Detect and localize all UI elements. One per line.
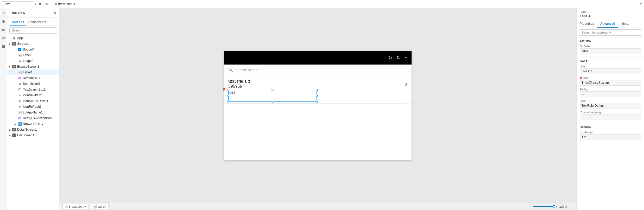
tree-item-searchicon1[interactable]: ⚙ SearchIcon1 xyxy=(7,81,59,87)
right-panel-tabs: Properties Advanced Ideas xyxy=(577,20,644,28)
expand-icon: ▶ xyxy=(9,134,12,137)
expand-icon: ▾ xyxy=(9,42,12,45)
canvas-wrapper: ↻ ⇅ + 🔍 Search items test me up 595959 d xyxy=(59,8,576,203)
text-formula-value[interactable]: ThisItem.Status xyxy=(580,80,641,86)
tree-item-label: Label4 xyxy=(23,71,54,74)
content-language-row: ContentLanguage -- xyxy=(577,110,644,121)
help-icon[interactable]: ? xyxy=(590,10,591,14)
right-panel-search-container xyxy=(577,28,644,37)
tab-ideas[interactable]: Ideas xyxy=(618,20,632,28)
minus-icon[interactable]: ⊟ xyxy=(1,44,6,49)
resize-handle-bm[interactable] xyxy=(272,101,274,103)
browse-screen-tab[interactable]: ▭ BrowseSc... ▾ xyxy=(62,204,89,209)
bottom-bar: ▭ BrowseSc... ▾ A Label4 − + 100 % ⛶ xyxy=(59,203,576,210)
label-icon: A xyxy=(18,110,22,114)
search-icon: 🔍 xyxy=(228,68,233,72)
close-icon[interactable]: ✕ xyxy=(53,10,56,15)
live-value[interactable]: Live.Off xyxy=(580,68,641,74)
tree-item-iconrefresh1[interactable]: ↻ IconRefresh1 xyxy=(7,104,59,110)
tree-item-rectangle11[interactable]: Rectangle11 xyxy=(7,75,59,81)
text-row: Text ThisItem.Status xyxy=(577,75,644,87)
tree-item-label: Image3 xyxy=(23,59,58,63)
tree-item-app[interactable]: ▦ App xyxy=(7,35,59,41)
tree-item-screen1[interactable]: ▾ ▭ Screen1 xyxy=(7,41,59,47)
text-error-indicator: Text xyxy=(580,76,588,79)
zoom-out-button[interactable]: − xyxy=(529,205,532,209)
sort-button[interactable]: ⇅ xyxy=(396,55,400,61)
layers-icon[interactable]: ⧉ xyxy=(1,35,6,41)
tree-item-browsegallery1[interactable]: ▶ ▦ BrowseGallery1 xyxy=(7,121,59,127)
collapse-chevron-icon[interactable]: ▾ xyxy=(640,2,642,6)
tree-item-label: IconRefresh1 xyxy=(23,105,58,109)
tree-item-browsescreen1[interactable]: ▾ ▭ BrowseScreen1 xyxy=(7,64,59,69)
right-panel: LABEL ? Label4 Properties Advanced Ideas… xyxy=(576,8,644,210)
on-select-value[interactable]: false xyxy=(580,48,641,54)
menu-icon[interactable]: ≡ xyxy=(1,10,6,16)
resize-handle-br[interactable] xyxy=(316,101,318,103)
fullscreen-button[interactable]: ⛶ xyxy=(570,205,573,209)
role-value[interactable]: TextRole.Default xyxy=(580,103,641,109)
tooltip-value[interactable]: -- xyxy=(580,91,641,97)
tree-item-image3[interactable]: 🖼 Image3 xyxy=(7,58,59,64)
line-height-row: LineHeight 1.2 xyxy=(577,130,644,141)
role-label: Role xyxy=(580,99,641,102)
error-dot xyxy=(580,77,582,79)
expand-icon: ▶ xyxy=(9,128,12,131)
top-bar: Text ▾ = f x ▾ xyxy=(0,0,644,8)
label-icon: A xyxy=(18,53,22,57)
dropdown-chevron-icon[interactable]: ▾ xyxy=(35,2,36,6)
tree-item-label: Rectangle11 xyxy=(23,76,58,80)
content-language-value[interactable]: -- xyxy=(580,114,641,120)
sidebar-search-container xyxy=(7,26,59,35)
tree-item-label3[interactable]: A Label3 xyxy=(7,52,59,58)
resize-handle-bl[interactable] xyxy=(228,101,229,103)
tab-properties[interactable]: Properties xyxy=(577,20,597,28)
tree-item-editscreen1[interactable]: ▶ ▭ EditScreen1 xyxy=(7,132,59,138)
browse-tab-chevron[interactable]: ▾ xyxy=(85,205,86,208)
zoom-handle[interactable] xyxy=(553,205,555,208)
tab-advanced[interactable]: Advanced xyxy=(597,20,618,28)
element-name: Label4 xyxy=(580,14,641,18)
app-icon: ▦ xyxy=(12,36,16,40)
line-height-value[interactable]: 1.2 xyxy=(580,134,641,140)
tree-item-rectquickactionbar1[interactable]: RectQuickActionBar1 xyxy=(7,115,59,121)
zoom-percentage: 100 % xyxy=(559,205,567,208)
grid-icon[interactable]: ⊞ xyxy=(1,27,6,32)
tree-item-button3[interactable]: B Button3 xyxy=(7,47,59,52)
divider2 xyxy=(577,122,644,122)
add-icon[interactable]: ⊕ xyxy=(1,19,6,24)
tree-items: ▦ App ▾ ▭ Screen1 B Button3 xyxy=(7,35,59,210)
more-options-icon[interactable]: ··· xyxy=(54,70,58,74)
zoom-controls: − + 100 % xyxy=(529,205,567,209)
zoom-slider[interactable] xyxy=(533,206,554,207)
tree-item-label: TextSearchBox1 xyxy=(23,88,58,91)
add-button[interactable]: + xyxy=(405,55,407,60)
tree-item-label: Label3 xyxy=(23,53,58,57)
rect-icon xyxy=(18,116,22,120)
tree-item-detailscreen1[interactable]: ▶ ▭ DetailScreen1 xyxy=(7,127,59,132)
label4-tab[interactable]: A Label4 xyxy=(91,204,109,209)
tree-item-label4[interactable]: A Label4 ··· xyxy=(7,69,59,75)
screen-icon: ▭ xyxy=(12,128,16,132)
tab-screens[interactable]: Screens xyxy=(10,19,26,26)
tree-item-iconnewitem1[interactable]: ⊕ IconNewItem1 xyxy=(7,92,59,98)
tree-item-textsearchbox1[interactable]: T TextSearchBox1 xyxy=(7,87,59,92)
on-select-label: OnSelect xyxy=(580,45,641,48)
tree-item-iconsortupdown1[interactable]: ⇅ IconSortUpDown1 xyxy=(7,98,59,104)
live-label: Live xyxy=(580,65,641,68)
property-search-input[interactable] xyxy=(579,29,641,36)
refresh-button[interactable]: ↻ xyxy=(388,55,392,61)
gallery-item[interactable]: test me up 595959 des xyxy=(224,75,412,104)
formula-input[interactable] xyxy=(52,2,639,7)
on-select-row: OnSelect false xyxy=(577,44,644,55)
search-input[interactable] xyxy=(9,27,57,34)
screen-icon: ▭ xyxy=(12,65,16,69)
right-panel-header: LABEL ? Label4 xyxy=(577,8,644,20)
label-tab-label: Label4 xyxy=(98,205,106,208)
search-bar: 🔍 Search items xyxy=(224,65,412,75)
selected-element-container: des xyxy=(228,90,317,100)
fx-icon: f x xyxy=(44,2,50,6)
zoom-in-button[interactable]: + xyxy=(556,205,558,209)
tab-components[interactable]: Components xyxy=(26,19,48,26)
tree-item-lblappname1[interactable]: A LblAppName1 xyxy=(7,110,59,115)
